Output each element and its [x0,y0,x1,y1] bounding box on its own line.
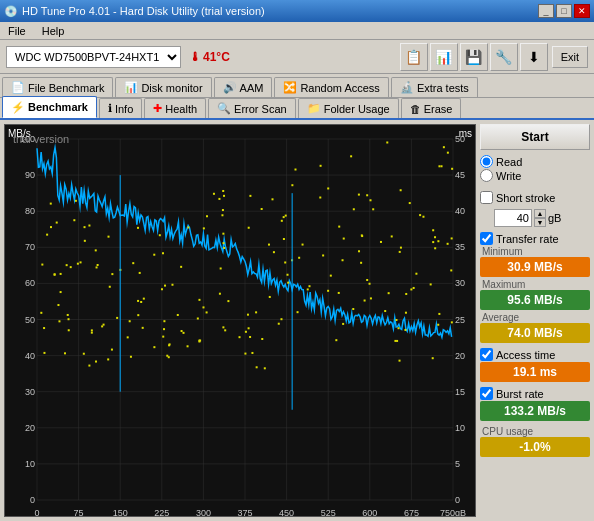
spinbox-gb: ▲ ▼ gB [494,209,590,227]
tabs-row1: 📄 File Benchmark 📊 Disk monitor 🔊 AAM 🔀 … [0,74,594,98]
extra-tests-icon: 🔬 [400,81,414,94]
chart-y-label-ms: ms [459,128,472,139]
burst-rate-checkbox[interactable] [480,387,493,400]
tab-disk-monitor[interactable]: 📊 Disk monitor [115,77,211,97]
toolbar-btn-4[interactable]: 🔧 [490,43,518,71]
transfer-rate-section: Transfer rate Minimum 30.9 MB/s Maximum … [480,232,590,343]
write-radio[interactable] [480,169,493,182]
health-icon: ✚ [153,102,162,115]
thermometer-icon: 🌡 [189,50,201,64]
menubar: File Help [0,22,594,40]
access-time-section: Access time 19.1 ms [480,348,590,382]
right-panel: Start Read Write Short stroke ▲ ▼ gB [480,124,590,517]
burst-rate-label-row: Burst rate [480,387,590,400]
erase-icon: 🗑 [410,103,421,115]
average-label: Average [482,312,590,323]
spinbox-arrows: ▲ ▼ [534,209,546,227]
titlebar-controls[interactable]: _ □ ✕ [538,4,590,18]
app-icon: 💿 [4,5,18,18]
titlebar: 💿 HD Tune Pro 4.01 - Hard Disk Utility (… [0,0,594,22]
maximize-button[interactable]: □ [556,4,572,18]
short-stroke-label[interactable]: Short stroke [480,191,590,204]
main-content: MB/s ms trial version Start Read Write S… [0,120,594,521]
tab-folder-usage[interactable]: 📁 Folder Usage [298,98,399,118]
access-time-label-row: Access time [480,348,590,361]
start-button[interactable]: Start [480,124,590,150]
tabs-row2: ⚡ Benchmark ℹ Info ✚ Health 🔍 Error Scan… [0,98,594,120]
burst-rate-value: 133.2 MB/s [480,401,590,421]
tab-erase[interactable]: 🗑 Erase [401,98,462,118]
chart-area: MB/s ms trial version [4,124,476,517]
close-button[interactable]: ✕ [574,4,590,18]
menu-file[interactable]: File [4,24,30,38]
menu-help[interactable]: Help [38,24,69,38]
cpu-value: -1.0% [480,437,590,457]
random-access-icon: 🔀 [283,81,297,94]
tab-file-benchmark[interactable]: 📄 File Benchmark [2,77,113,97]
maximum-label: Maximum [482,279,590,290]
write-radio-label[interactable]: Write [480,169,590,182]
transfer-rate-label-row: Transfer rate [480,232,590,245]
exit-button[interactable]: Exit [552,46,588,68]
toolbar-icons: 📋 📊 💾 🔧 ⬇ [400,43,548,71]
tab-benchmark[interactable]: ⚡ Benchmark [2,96,97,118]
info-icon: ℹ [108,102,112,115]
error-scan-icon: 🔍 [217,102,231,115]
drive-select[interactable]: WDC WD7500BPVT-24HXT1 (750 gB) [6,46,181,68]
read-radio-label[interactable]: Read [480,155,590,168]
tab-info[interactable]: ℹ Info [99,98,142,118]
spinbox-down[interactable]: ▼ [534,218,546,227]
minimum-value: 30.9 MB/s [480,257,590,277]
toolbar-btn-1[interactable]: 📋 [400,43,428,71]
tab-random-access[interactable]: 🔀 Random Access [274,77,388,97]
cpu-section: CPU usage -1.0% [480,426,590,457]
spinbox-input[interactable] [494,209,532,227]
access-time-value: 19.1 ms [480,362,590,382]
maximum-value: 95.6 MB/s [480,290,590,310]
folder-usage-icon: 📁 [307,102,321,115]
average-value: 74.0 MB/s [480,323,590,343]
minimum-label: Minimum [482,246,590,257]
access-time-checkbox[interactable] [480,348,493,361]
spinbox-unit: gB [548,212,561,224]
benchmark-icon: ⚡ [11,101,25,114]
tab-extra-tests[interactable]: 🔬 Extra tests [391,77,478,97]
temperature-value: 41°C [203,50,230,64]
read-radio[interactable] [480,155,493,168]
transfer-rate-checkbox[interactable] [480,232,493,245]
toolbar-btn-2[interactable]: 📊 [430,43,458,71]
toolbar: WDC WD7500BPVT-24HXT1 (750 gB) 🌡 41°C 📋 … [0,40,594,74]
tab-aam[interactable]: 🔊 AAM [214,77,273,97]
tab-error-scan[interactable]: 🔍 Error Scan [208,98,296,118]
short-stroke-checkbox[interactable] [480,191,493,204]
disk-monitor-icon: 📊 [124,81,138,94]
toolbar-btn-5[interactable]: ⬇ [520,43,548,71]
spinbox-up[interactable]: ▲ [534,209,546,218]
read-write-group: Read Write [480,153,590,184]
burst-rate-section: Burst rate 133.2 MB/s [480,387,590,421]
temperature-indicator: 🌡 41°C [189,50,230,64]
cpu-label: CPU usage [482,426,590,437]
toolbar-btn-3[interactable]: 💾 [460,43,488,71]
watermark: trial version [13,133,69,145]
titlebar-left: 💿 HD Tune Pro 4.01 - Hard Disk Utility (… [4,5,265,18]
file-benchmark-icon: 📄 [11,81,25,94]
app-title: HD Tune Pro 4.01 - Hard Disk Utility (tr… [22,5,265,17]
aam-icon: 🔊 [223,81,237,94]
tab-health[interactable]: ✚ Health [144,98,206,118]
minimize-button[interactable]: _ [538,4,554,18]
